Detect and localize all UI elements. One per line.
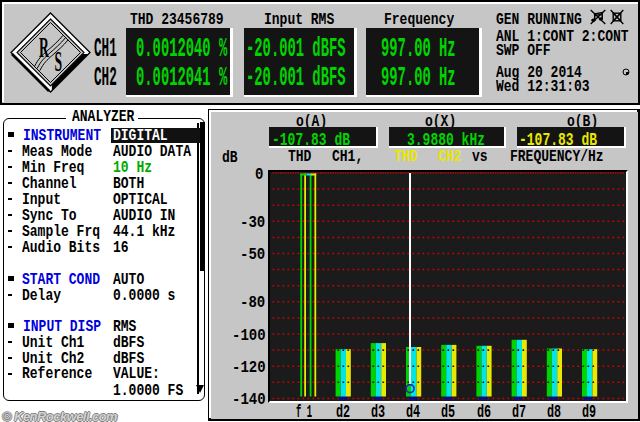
svg-text:R: R xyxy=(39,31,49,63)
svg-text:S: S xyxy=(55,45,63,77)
